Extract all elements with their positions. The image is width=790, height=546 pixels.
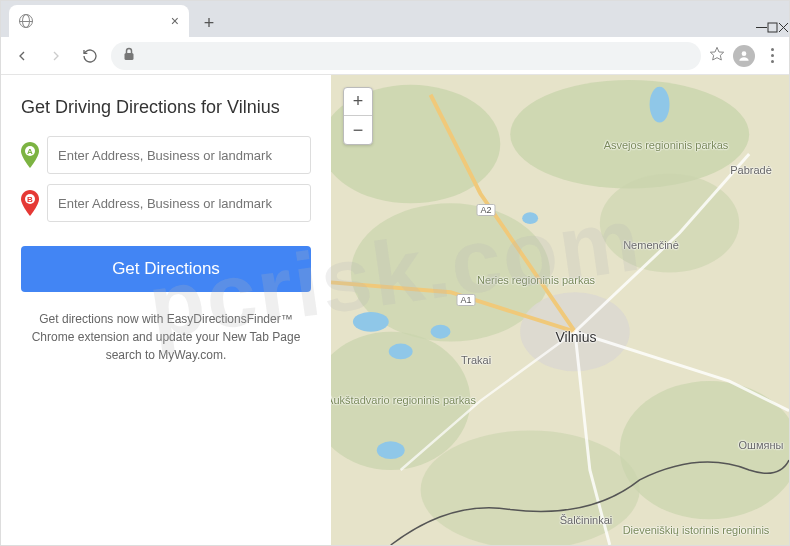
pin-a-icon: A — [21, 142, 39, 168]
get-directions-button[interactable]: Get Directions — [21, 246, 311, 292]
svg-point-13 — [510, 80, 749, 189]
address-bar — [1, 37, 789, 75]
directions-sidebar: Get Driving Directions for Vilnius A B G… — [1, 75, 331, 545]
zoom-out-button[interactable]: − — [344, 116, 372, 144]
map-label-aukstadvario: Aukštadvario regioninis parkas — [331, 394, 476, 406]
close-tab-icon[interactable]: × — [171, 13, 179, 29]
svg-point-6 — [742, 51, 747, 56]
nav-back-button[interactable] — [9, 43, 35, 69]
pin-b-icon: B — [21, 190, 39, 216]
svg-text:B: B — [27, 195, 33, 204]
window-close-button[interactable] — [778, 19, 789, 37]
promo-blurb: Get directions now with EasyDirectionsFi… — [21, 310, 311, 364]
svg-point-23 — [650, 87, 670, 123]
map-label-asvejos: Asvejos regioninis parkas — [604, 139, 729, 151]
page-content: Get Driving Directions for Vilnius A B G… — [1, 75, 789, 545]
map-canvas[interactable]: + − Vilnius Trakai Nemenčinė Pabradė Šal… — [331, 75, 789, 545]
window-maximize-button[interactable] — [767, 19, 778, 37]
new-tab-button[interactable]: + — [195, 9, 223, 37]
svg-rect-1 — [768, 23, 777, 32]
nav-reload-button[interactable] — [77, 43, 103, 69]
map-label-vilnius: Vilnius — [556, 329, 597, 345]
map-label-dieveniskiu: Dieveniškių istorinis regioninis — [623, 524, 770, 536]
svg-point-19 — [353, 312, 389, 332]
map-label-pabrade: Pabradė — [730, 164, 772, 176]
sidebar-heading: Get Driving Directions for Vilnius — [21, 97, 311, 118]
road-badge-a1: A1 — [456, 294, 475, 306]
profile-avatar-button[interactable] — [733, 45, 755, 67]
map-label-trakai: Trakai — [461, 354, 491, 366]
zoom-control: + − — [343, 87, 373, 145]
browser-menu-button[interactable] — [763, 48, 781, 63]
lock-icon — [123, 47, 135, 65]
globe-icon — [19, 14, 33, 28]
svg-text:A: A — [27, 147, 33, 156]
map-label-oshmyany: Ошмяны — [739, 439, 784, 451]
zoom-in-button[interactable]: + — [344, 88, 372, 116]
omnibox[interactable] — [111, 42, 701, 70]
destination-row: B — [21, 184, 311, 222]
svg-marker-5 — [710, 47, 723, 60]
origin-input[interactable] — [47, 136, 311, 174]
map-label-neries: Neries regioninis parkas — [477, 274, 595, 286]
svg-point-22 — [377, 441, 405, 459]
origin-row: A — [21, 136, 311, 174]
svg-point-21 — [431, 325, 451, 339]
destination-input[interactable] — [47, 184, 311, 222]
svg-point-20 — [389, 344, 413, 360]
svg-point-18 — [421, 430, 640, 545]
tab-bar: × + — [1, 1, 789, 37]
nav-forward-button[interactable] — [43, 43, 69, 69]
map-label-salcininkai: Šalčininkai — [560, 514, 613, 526]
bookmark-star-icon[interactable] — [709, 46, 725, 66]
map-label-nemencine: Nemenčinė — [623, 239, 679, 251]
window-minimize-button[interactable] — [756, 19, 767, 37]
svg-point-24 — [522, 212, 538, 224]
road-badge-a2: A2 — [476, 204, 495, 216]
browser-tab[interactable]: × — [9, 5, 189, 37]
svg-rect-4 — [125, 53, 134, 60]
